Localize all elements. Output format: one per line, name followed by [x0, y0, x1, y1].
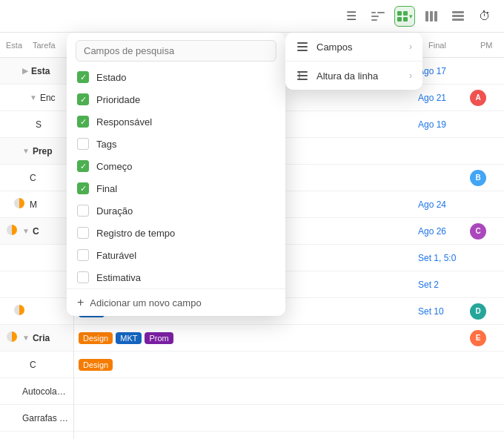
table-row: ▶ Esta [0, 58, 73, 85]
checkbox-estado[interactable] [77, 71, 89, 83]
tag: Design [79, 359, 113, 371]
row-label: Autocolantes para autor [22, 386, 69, 397]
list-icon[interactable]: ☰ [341, 6, 362, 27]
submenu-item-altura[interactable]: Altura da linha › [285, 62, 422, 90]
add-field-button[interactable]: + Adicionar um novo campo [67, 288, 285, 316]
field-label: Registro de tempo [96, 228, 175, 239]
checkbox-registro[interactable] [77, 227, 89, 239]
svg-rect-16 [297, 50, 308, 51]
avatar: B [470, 170, 486, 186]
search-input[interactable] [76, 40, 276, 62]
field-item-estado[interactable]: Estado [67, 66, 285, 88]
fields-list: Estado Prioridade Responsável Tags Começ… [67, 66, 285, 288]
checkbox-prioridade[interactable] [77, 93, 89, 105]
row-label: M [30, 199, 69, 210]
svg-rect-3 [377, 12, 385, 13]
svg-rect-8 [425, 11, 428, 22]
svg-rect-5 [403, 11, 408, 16]
field-item-prioridade[interactable]: Prioridade [67, 88, 285, 110]
checkbox-duracao[interactable] [77, 205, 89, 217]
svg-rect-7 [403, 17, 408, 22]
field-item-estimativa[interactable]: Estimativa [67, 266, 285, 288]
columns-icon[interactable] [421, 6, 442, 27]
add-field-label: Adicionar um novo campo [90, 297, 201, 308]
plus-icon: + [77, 296, 84, 309]
checkbox-comeco[interactable] [77, 160, 89, 172]
table-row: M [0, 191, 73, 218]
pm-cell: A [470, 90, 500, 106]
table-row [74, 405, 504, 432]
half-circle-icon [4, 225, 19, 237]
field-item-duracao[interactable]: Duração [67, 199, 285, 222]
timeline-icon[interactable] [368, 6, 388, 27]
svg-rect-0 [371, 12, 376, 13]
field-label: Duração [96, 205, 133, 217]
date-cell: Set 10 [418, 306, 470, 317]
table-row: Design [74, 351, 504, 378]
table-row: ▼ Enc [0, 85, 73, 111]
checkbox-tags[interactable] [77, 138, 89, 150]
row-label: C [30, 173, 69, 183]
grid-icon[interactable]: ▾ [394, 6, 415, 27]
tag: MKT [116, 332, 142, 344]
row-height-icon [296, 69, 309, 82]
column-headers: Esta Tarefa [0, 33, 73, 58]
date-cell: Ago 26 [418, 226, 470, 237]
table-row [0, 271, 73, 298]
table-row: S [0, 111, 73, 138]
checkbox-responsavel[interactable] [77, 116, 89, 128]
date-cell: Ago 17 [418, 66, 470, 76]
row-label: C [30, 360, 69, 370]
row-label: Prep [33, 146, 69, 156]
field-label: Faturável [96, 250, 136, 261]
col-header-esta: Esta [0, 33, 27, 57]
table-row [0, 245, 73, 271]
field-item-tags[interactable]: Tags [67, 133, 285, 155]
fields-dropdown: Estado Prioridade Responsável Tags Começ… [67, 33, 285, 316]
table-row: Garrafas de água [0, 405, 73, 432]
submenu-arrow-icon: › [409, 70, 412, 81]
half-circle-icon [4, 331, 19, 344]
left-panel: Esta Tarefa ▶ Esta ▼ Enc S ▼ Prep C [0, 33, 74, 439]
arrow-icon: ▼ [22, 147, 30, 155]
submenu-altura-label: Altura da linha [316, 70, 378, 82]
svg-rect-18 [297, 75, 308, 76]
date-cell: Set 2 [418, 280, 470, 290]
table-row: C [0, 351, 73, 378]
date-cell: Ago 24 [418, 199, 470, 210]
submenu-item-campos[interactable]: Campos › [285, 33, 422, 61]
field-label: Tags [96, 139, 116, 150]
svg-rect-12 [452, 15, 464, 17]
field-item-final[interactable]: Final [67, 177, 285, 199]
table-row: Design MKT Prom E [74, 325, 504, 351]
half-circle-icon [12, 305, 27, 317]
row-label: Esta [31, 66, 69, 76]
checkbox-faturavel[interactable] [77, 249, 89, 261]
timer-icon[interactable]: ⏱ [474, 6, 495, 27]
row-label: Garrafas de água [22, 413, 69, 423]
date-cell: Set 1, 5:0 [418, 253, 470, 263]
field-item-comeco[interactable]: Começo [67, 155, 285, 177]
field-item-registro[interactable]: Registro de tempo [67, 222, 285, 244]
table2-icon[interactable] [448, 6, 468, 27]
submenu-arrow-icon: › [409, 42, 412, 52]
avatar: E [470, 330, 486, 346]
pm-cell: B [470, 170, 500, 186]
tags-cell: Design MKT Prom [79, 332, 418, 344]
row-label: S [36, 119, 69, 130]
arrow-icon: ▶ [22, 67, 28, 75]
checkbox-final[interactable] [77, 182, 89, 194]
field-label: Responsável [96, 116, 152, 128]
checkbox-estimativa[interactable] [77, 271, 89, 283]
field-item-responsavel[interactable]: Responsável [67, 110, 285, 133]
pm-cell: D [470, 303, 500, 320]
field-label: Prioridade [96, 94, 140, 105]
tag: Prom [145, 332, 173, 344]
svg-rect-11 [452, 11, 464, 13]
field-label: Final [96, 183, 117, 194]
field-item-faturavel[interactable]: Faturável [67, 244, 285, 266]
arrow-icon: ▼ [30, 93, 37, 102]
svg-rect-9 [430, 11, 433, 22]
table-row: C [0, 165, 73, 191]
tag: Design [79, 332, 113, 344]
